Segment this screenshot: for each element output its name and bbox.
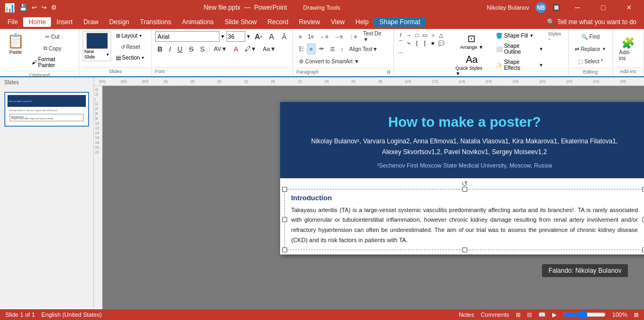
handle-top-center[interactable] (462, 187, 467, 192)
strikethrough-button[interactable]: S (186, 43, 196, 54)
zoom-slider[interactable] (563, 311, 606, 318)
shape-effects-button[interactable]: ✨ Shape Effects ▼ (493, 57, 546, 72)
section-button[interactable]: ▤ Section ▼ (113, 53, 148, 62)
menu-slideshow[interactable]: Slide Show (219, 17, 262, 27)
shape-line[interactable]: / (397, 31, 405, 39)
handle-mid-left[interactable] (282, 217, 287, 222)
increase-font-button[interactable]: A+ (252, 31, 265, 42)
shape-effects-dropdown[interactable]: ▼ (539, 63, 543, 68)
justify-button[interactable]: ☰ (327, 43, 338, 54)
view-normal-icon[interactable]: ⊞ (516, 311, 521, 318)
ribbon-display-btn[interactable]: 🔲 (553, 4, 560, 11)
replace-dropdown[interactable]: ▼ (602, 47, 606, 52)
view-slide-sorter-icon[interactable]: ⊟ (527, 311, 532, 318)
view-slideshow-icon[interactable]: ▶ (552, 311, 557, 318)
new-slide-button[interactable]: New Slide ▼ (83, 31, 111, 61)
menu-tell-me[interactable]: 🔍 Tell me what you want to do (541, 17, 642, 27)
align-left-button[interactable]: ⬱ (296, 43, 306, 54)
text-box-wrapper[interactable]: Introduction Takayasu arteritis (TA) is … (284, 189, 645, 250)
columns-button[interactable]: ⋮≡ (346, 31, 360, 42)
paragraph-expand-button[interactable]: ⧉ (387, 69, 390, 75)
menu-transitions[interactable]: Transitions (135, 17, 177, 27)
numbering-button[interactable]: 1≡ (305, 31, 317, 42)
font-size-dropdown[interactable]: ▼ (246, 34, 251, 39)
convert-smartart-button[interactable]: ⚙ Convert to SmartArt ▼ (296, 56, 362, 67)
shape-oval[interactable]: ○ (429, 31, 437, 39)
shape-connector[interactable]: ⤷ (405, 39, 413, 47)
menu-animations[interactable]: Animations (177, 17, 219, 27)
maximize-button[interactable]: □ (592, 0, 614, 15)
handle-bottom-center[interactable] (462, 248, 467, 252)
shape-outline-dropdown[interactable]: ▼ (539, 47, 543, 52)
shape-callout[interactable]: 💬 (437, 39, 445, 47)
handle-top-right[interactable] (642, 187, 645, 192)
replace-button[interactable]: ⇄ Replace ▼ (572, 43, 609, 54)
handle-bottom-left[interactable] (282, 248, 287, 252)
clear-format-button[interactable]: Ā (279, 31, 289, 42)
quick-access-undo[interactable]: ↩ (32, 4, 37, 11)
shape-rounded-rect[interactable]: ▭ (421, 31, 429, 39)
handle-mid-right[interactable] (642, 217, 645, 222)
text-direction-button[interactable]: Text Dir ▼ (361, 31, 390, 42)
shadow-button[interactable]: S (197, 43, 208, 54)
menu-record[interactable]: Record (262, 17, 294, 27)
line-spacing-button[interactable]: ↕ (338, 43, 346, 54)
menu-view[interactable]: View (325, 17, 350, 27)
increase-indent-button[interactable]: →≡ (332, 31, 346, 42)
font-name-input[interactable] (155, 31, 219, 42)
close-button[interactable]: ✕ (618, 0, 640, 15)
quick-access-redo[interactable]: ↪ (41, 4, 47, 11)
shape-outline-button[interactable]: ⬜ Shape Outline ▼ (493, 41, 546, 56)
find-button[interactable]: 🔍 Find (572, 31, 609, 42)
menu-shape-format[interactable]: Shape Format (374, 17, 426, 27)
layout-button[interactable]: ⊞ Layout ▼ (113, 31, 148, 40)
menu-design[interactable]: Design (104, 17, 134, 27)
text-highlight-button[interactable]: 🖍▼ (242, 43, 259, 54)
shape-fill-button[interactable]: 🪣 Shape Fill ▼ (493, 31, 546, 40)
view-reading-icon[interactable]: 📖 (538, 311, 546, 318)
cut-button[interactable]: ✂ Cut (29, 31, 76, 42)
shape-triangle[interactable]: △ (437, 31, 445, 39)
shape-bracket[interactable]: [ (421, 39, 429, 47)
reset-button[interactable]: ↺ Reset (113, 41, 148, 52)
select-button[interactable]: ⬚ Select * (572, 56, 609, 67)
underline-button[interactable]: U (175, 43, 185, 54)
paste-button[interactable]: 📋 Paste (3, 31, 28, 56)
copy-button[interactable]: ⧉ Copy (29, 43, 76, 54)
italic-button[interactable]: I (166, 43, 174, 54)
quick-styles-button[interactable]: Aa Quick Styles ▼ (452, 53, 491, 78)
addins-button[interactable]: 🧩 Add-ins (616, 34, 641, 63)
font-color-button[interactable]: A (231, 43, 241, 54)
shape-curved[interactable]: ⌒ (397, 39, 405, 47)
decrease-font-button[interactable]: A- (266, 31, 278, 42)
quick-access-save[interactable]: 💾 (19, 4, 27, 11)
font-name-dropdown[interactable]: ▼ (221, 34, 225, 39)
menu-insert[interactable]: Insert (51, 17, 78, 27)
shape-arrow[interactable]: → (405, 31, 413, 39)
font-size-input[interactable] (226, 31, 245, 42)
fit-slide-button[interactable]: ⊠ (634, 311, 639, 318)
minimize-button[interactable]: ─ (567, 0, 588, 15)
char-spacing-button[interactable]: AV▼ (211, 43, 230, 54)
menu-help[interactable]: Help (350, 17, 374, 27)
shape-brace[interactable]: { (413, 39, 421, 47)
slide-thumbnail[interactable]: How to make a poster? Nikolay Bulanov, V… (4, 92, 89, 127)
bold-button[interactable]: B (155, 43, 165, 54)
menu-review[interactable]: Review (294, 17, 325, 27)
align-text-button[interactable]: Align Text▼ (347, 43, 380, 54)
decrease-indent-button[interactable]: ←≡ (317, 31, 331, 42)
shape-fill-dropdown[interactable]: ▼ (530, 33, 534, 38)
comments-button[interactable]: Comments (481, 311, 509, 318)
format-painter-button[interactable]: 🖌 Format Painter (29, 55, 76, 70)
handle-top-left[interactable] (282, 187, 287, 192)
shape-rect[interactable]: □ (413, 31, 421, 39)
notes-button[interactable]: Notes (459, 311, 474, 318)
change-case-button[interactable]: Aa▼ (260, 43, 279, 54)
quick-access-customize[interactable]: ⚙ (51, 4, 57, 11)
arrange-button[interactable]: ⊡ Arrange ▼ (452, 31, 491, 52)
bullets-button[interactable]: ≡ (296, 31, 305, 42)
handle-bottom-right[interactable] (642, 248, 645, 252)
shape-star[interactable]: ★ (429, 39, 437, 47)
menu-draw[interactable]: Draw (78, 17, 104, 27)
shape-more[interactable]: … (397, 47, 405, 55)
